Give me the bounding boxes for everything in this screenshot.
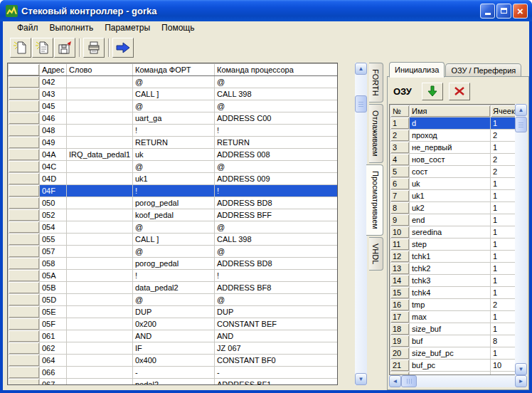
- variable-row[interactable]: 16 tmp 2: [390, 299, 516, 311]
- address-cell[interactable]: 05B: [40, 282, 67, 294]
- word-cell[interactable]: [67, 125, 133, 137]
- delete-variable-button[interactable]: [449, 83, 470, 100]
- row-header-cell[interactable]: [9, 100, 40, 112]
- variable-row[interactable]: 1 d 1: [390, 117, 516, 130]
- program-row[interactable]: 062 IF JZ 067: [9, 342, 338, 355]
- processor-command-cell[interactable]: CONSTANT BEF: [215, 318, 338, 330]
- processor-command-cell[interactable]: ADDRESS BD8: [215, 197, 338, 209]
- variable-row[interactable]: 17 max 1: [390, 311, 516, 323]
- word-cell[interactable]: [67, 306, 133, 318]
- address-cell[interactable]: 05A: [40, 270, 67, 282]
- scroll-right-icon[interactable]: ►: [515, 375, 527, 387]
- program-row[interactable]: 04D uk1 ADDRESS 009: [9, 173, 338, 185]
- cells-count-cell[interactable]: 8: [491, 335, 516, 347]
- variable-row[interactable]: 14 tchk3 1: [390, 275, 516, 287]
- variable-name-cell[interactable]: buf: [410, 335, 491, 347]
- word-cell[interactable]: [67, 270, 133, 282]
- processor-command-cell[interactable]: CALL 398: [215, 234, 338, 246]
- column-header-forth[interactable]: Команда ФОРТ: [133, 64, 215, 76]
- program-row[interactable]: 05B data_pedal2 ADDRESS BF8: [9, 282, 338, 294]
- variable-name-cell[interactable]: tchk4: [410, 287, 491, 299]
- program-row[interactable]: 052 koof_pedal ADDRESS BFF: [9, 209, 338, 221]
- forth-command-cell[interactable]: !: [133, 185, 215, 197]
- variable-row[interactable]: 21 buf_pc 10: [390, 360, 516, 372]
- panel-tab[interactable]: Инициализа: [389, 62, 445, 78]
- program-row[interactable]: 055 CALL ] CALL 398: [9, 234, 338, 246]
- variable-name-cell[interactable]: не_первый: [410, 142, 491, 154]
- forth-command-cell[interactable]: !: [133, 125, 215, 137]
- variable-name-cell[interactable]: d: [410, 117, 491, 130]
- row-header-cell[interactable]: [9, 318, 40, 330]
- variable-name-cell[interactable]: tmp: [410, 299, 491, 311]
- row-header-cell[interactable]: [9, 173, 40, 185]
- close-button[interactable]: ×: [513, 4, 528, 19]
- forth-command-cell[interactable]: !: [133, 270, 215, 282]
- program-row[interactable]: 046 uart_ga ADDRESS C00: [9, 112, 338, 125]
- processor-command-cell[interactable]: JZ 067: [215, 342, 338, 355]
- program-row[interactable]: 050 porog_pedal ADDRESS BD8: [9, 197, 338, 209]
- new-file-button[interactable]: [10, 38, 31, 58]
- scroll-thumb[interactable]: [355, 95, 367, 112]
- row-header-cell[interactable]: [9, 282, 40, 294]
- program-row[interactable]: 05A ! !: [9, 270, 338, 282]
- address-cell[interactable]: 043: [40, 88, 67, 100]
- program-row[interactable]: 054 @ @: [9, 221, 338, 234]
- address-cell[interactable]: 058: [40, 258, 67, 270]
- cells-count-cell[interactable]: 1: [491, 287, 516, 299]
- processor-command-cell[interactable]: !: [215, 270, 338, 282]
- variable-name-cell[interactable]: uk: [410, 178, 491, 190]
- processor-command-cell[interactable]: ADDRESS 008: [215, 149, 338, 161]
- view-tab[interactable]: Просматриваем: [366, 164, 383, 236]
- scroll-thumb[interactable]: [515, 117, 527, 132]
- variable-name-cell[interactable]: проход: [410, 130, 491, 142]
- save-file-button[interactable]: [54, 38, 75, 58]
- variable-row[interactable]: 4 нов_сост 2: [390, 154, 516, 166]
- variable-name-cell[interactable]: tchk1: [410, 251, 491, 263]
- forth-command-cell[interactable]: 0x200: [133, 318, 215, 330]
- address-cell[interactable]: 046: [40, 112, 67, 125]
- variable-name-cell[interactable]: buf_pc: [410, 360, 491, 372]
- open-file-button[interactable]: [32, 38, 53, 58]
- word-cell[interactable]: [67, 221, 133, 234]
- address-cell[interactable]: 042: [40, 76, 67, 88]
- variables-scrollbar[interactable]: ▲ ▼: [515, 104, 527, 375]
- processor-command-cell[interactable]: ADDRESS C00: [215, 112, 338, 125]
- program-row[interactable]: 05D @ @: [9, 294, 338, 306]
- row-number-cell[interactable]: 16: [390, 299, 410, 311]
- address-cell[interactable]: 050: [40, 197, 67, 209]
- variable-row[interactable]: 9 end 1: [390, 214, 516, 226]
- variable-name-cell[interactable]: size_buf: [410, 323, 491, 335]
- forth-command-cell[interactable]: -: [133, 367, 215, 379]
- row-number-cell[interactable]: 6: [390, 178, 410, 190]
- row-header-cell[interactable]: [9, 137, 40, 149]
- row-header-cell[interactable]: [9, 209, 40, 221]
- program-row[interactable]: 061 AND AND: [9, 330, 338, 342]
- cells-count-cell[interactable]: 2: [491, 130, 516, 142]
- word-cell[interactable]: [67, 318, 133, 330]
- variable-name-cell[interactable]: tchk3: [410, 275, 491, 287]
- word-cell[interactable]: [67, 294, 133, 306]
- row-number-cell[interactable]: 3: [390, 142, 410, 154]
- forth-command-cell[interactable]: @: [133, 100, 215, 112]
- variable-row[interactable]: 18 size_buf 1: [390, 323, 516, 335]
- address-cell[interactable]: 04D: [40, 173, 67, 185]
- variable-row[interactable]: 20 size_buf_pc 1: [390, 347, 516, 360]
- row-number-cell[interactable]: 13: [390, 263, 410, 275]
- program-row[interactable]: 043 CALL ] CALL 398: [9, 88, 338, 100]
- address-cell[interactable]: 05D: [40, 294, 67, 306]
- variable-row[interactable]: 6 uk 1: [390, 178, 516, 190]
- address-cell[interactable]: 054: [40, 221, 67, 234]
- minimize-button[interactable]: [480, 4, 495, 19]
- row-header-cell[interactable]: [9, 125, 40, 137]
- row-number-cell[interactable]: 4: [390, 154, 410, 166]
- program-row[interactable]: 048 ! !: [9, 125, 338, 137]
- address-cell[interactable]: 05F: [40, 318, 67, 330]
- program-row[interactable]: 066 - -: [9, 367, 338, 379]
- word-cell[interactable]: [67, 112, 133, 125]
- word-cell[interactable]: [67, 330, 133, 342]
- processor-command-cell[interactable]: !: [215, 125, 338, 137]
- program-row[interactable]: 067 pedal2 ADDRESS BF1: [9, 379, 338, 386]
- forth-command-cell[interactable]: @: [133, 294, 215, 306]
- word-cell[interactable]: [67, 282, 133, 294]
- word-cell[interactable]: [67, 197, 133, 209]
